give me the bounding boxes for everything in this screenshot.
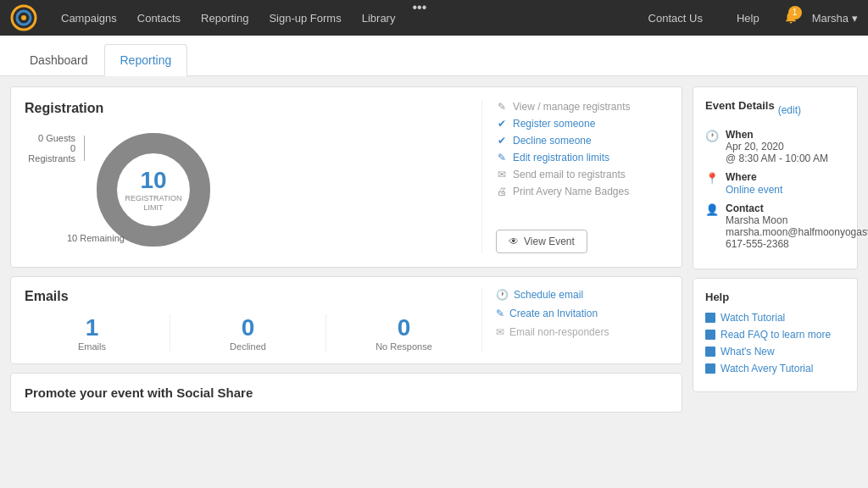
event-contact-row: 👤 Contact Marsha Moon marsha.moon@halfmo… <box>705 202 845 250</box>
user-name: Marsha <box>812 12 849 25</box>
clock-icon: 🕐 <box>496 289 509 301</box>
registration-actions: ✎ View / manage registrants ✔ Register s… <box>496 101 668 197</box>
where-label: Where <box>726 171 782 183</box>
emails-right: 🕐 Schedule email ✎ Create an Invitation … <box>481 289 668 352</box>
registration-right: ✎ View / manage registrants ✔ Register s… <box>481 101 668 253</box>
email-nonresponders-label: Email non-responders <box>509 326 609 338</box>
emails-card: Emails 1 Emails 0 Declined 0 No Response <box>10 276 682 364</box>
action-decline-label: Decline someone <box>513 135 592 147</box>
event-where-content: Where Online event <box>726 171 782 196</box>
stat-emails-num: 1 <box>25 314 159 341</box>
event-edit-link[interactable]: (edit) <box>778 104 801 116</box>
when-date: Apr 20, 2020 <box>726 141 828 152</box>
where-value[interactable]: Online event <box>726 184 782 196</box>
donut-center: 10 REGISTRATIONLIMIT <box>125 167 182 213</box>
navbar: Campaigns Contacts Reporting Sign-up For… <box>0 0 868 36</box>
nav-signup-forms[interactable]: Sign-up Forms <box>259 0 351 36</box>
create-invitation-label: Create an Invitation <box>509 308 598 319</box>
tab-dashboard[interactable]: Dashboard <box>14 44 104 75</box>
tabs-bar: Dashboard Reporting <box>0 36 868 76</box>
stat-declined-label: Declined <box>181 341 315 352</box>
emails-stats: 1 Emails 0 Declined 0 No Response <box>25 314 481 352</box>
logo-icon[interactable] <box>10 4 37 31</box>
event-details-title: Event Details <box>705 99 775 112</box>
help-watch-avery-label: Watch Avery Tutorial <box>721 363 813 374</box>
stat-declined-num: 0 <box>181 314 315 341</box>
help-title: Help <box>705 291 845 303</box>
registration-limit-label: REGISTRATIONLIMIT <box>125 194 182 213</box>
help-read-faq[interactable]: Read FAQ to learn more <box>705 329 845 341</box>
action-edit-limits[interactable]: ✎ Edit registration limits <box>496 152 668 164</box>
check-icon-1: ✔ <box>496 118 508 130</box>
contact-name: Marsha Moon <box>726 214 868 226</box>
event-where-row: 📍 Where Online event <box>705 171 845 196</box>
help-watch-avery-tutorial[interactable]: Watch Avery Tutorial <box>705 363 845 374</box>
event-details-card: Event Details (edit) 🕐 When Apr 20, 2020… <box>693 86 858 269</box>
eye-icon: 👁 <box>509 236 519 247</box>
nav-links: Campaigns Contacts Reporting Sign-up For… <box>51 0 638 36</box>
notification-badge: 1 <box>788 6 802 19</box>
action-view-manage-label: View / manage registrants <box>513 101 631 113</box>
play-icon-1 <box>705 313 715 323</box>
pencil-icon: ✎ <box>496 101 508 113</box>
view-event-label: View Event <box>524 236 575 247</box>
stat-emails: 1 Emails <box>25 314 170 352</box>
nav-help[interactable]: Help <box>726 0 770 36</box>
action-print-label: Print Avery Name Badges <box>513 186 629 197</box>
user-menu[interactable]: Marsha ▾ <box>812 12 858 25</box>
action-register-label: Register someone <box>513 118 595 130</box>
tab-reporting[interactable]: Reporting <box>104 44 188 76</box>
event-when-content: When Apr 20, 2020 @ 8:30 AM - 10:00 AM <box>726 129 828 164</box>
action-register-someone[interactable]: ✔ Register someone <box>496 118 668 130</box>
promote-card: Promote your event with Social Share <box>10 373 682 413</box>
contact-email: marsha.moon@halfmoonyogastudio.com <box>726 226 868 238</box>
help-whats-new-label: What's New <box>721 346 775 358</box>
nav-right: Contact Us Help 1 Marsha ▾ <box>638 0 858 36</box>
emails-left: Emails 1 Emails 0 Declined 0 No Response <box>25 289 481 352</box>
nav-contact-us[interactable]: Contact Us <box>638 0 713 36</box>
when-time: @ 8:30 AM - 10:00 AM <box>726 152 828 164</box>
help-whats-new[interactable]: What's New <box>705 346 845 358</box>
action-create-invitation[interactable]: ✎ Create an Invitation <box>496 308 668 319</box>
action-decline-someone[interactable]: ✔ Decline someone <box>496 135 668 147</box>
play-icon-2 <box>705 330 715 340</box>
registration-limit-num: 10 <box>125 167 182 194</box>
event-contact-content: Contact Marsha Moon marsha.moon@halfmoon… <box>726 202 868 250</box>
stat-declined: 0 Declined <box>170 314 326 352</box>
emails-title: Emails <box>25 289 481 304</box>
view-event-button[interactable]: 👁 View Event <box>496 230 587 253</box>
notification-icon[interactable]: 1 <box>783 9 798 27</box>
print-icon: 🖨 <box>496 186 508 197</box>
help-read-faq-label: Read FAQ to learn more <box>721 329 831 341</box>
clock-detail-icon: 🕐 <box>705 130 719 142</box>
help-watch-tutorial[interactable]: Watch Tutorial <box>705 312 845 324</box>
contact-phone: 617-555-2368 <box>726 238 868 250</box>
nav-more-icon[interactable]: ••• <box>405 0 433 36</box>
when-label: When <box>726 129 828 141</box>
registration-left: Registration 0 Guests 0 Registrants <box>25 101 481 253</box>
action-edit-label: Edit registration limits <box>513 152 609 164</box>
nav-campaigns[interactable]: Campaigns <box>51 0 127 36</box>
help-card: Help Watch Tutorial Read FAQ to learn mo… <box>693 278 858 392</box>
remaining-label: 10 Remaining <box>67 233 125 243</box>
email-icon-2: ✉ <box>496 326 504 338</box>
action-view-manage: ✎ View / manage registrants <box>496 101 668 113</box>
nav-contacts[interactable]: Contacts <box>127 0 191 36</box>
action-schedule-email[interactable]: 🕐 Schedule email <box>496 289 668 301</box>
main-content: Registration 0 Guests 0 Registrants <box>0 76 868 488</box>
registration-title: Registration <box>25 101 481 116</box>
person-icon: 👤 <box>705 203 719 216</box>
contact-label: Contact <box>726 202 868 214</box>
user-chevron-icon: ▾ <box>852 12 858 25</box>
guests-label: 0 Guests <box>25 133 75 143</box>
stat-no-response: 0 No Response <box>326 314 481 352</box>
location-icon: 📍 <box>705 172 719 185</box>
play-icon-4 <box>705 363 715 374</box>
stat-no-response-label: No Response <box>337 341 471 352</box>
action-email-nonresponders: ✉ Email non-responders <box>496 326 668 338</box>
help-watch-tutorial-label: Watch Tutorial <box>721 312 785 324</box>
email-icon-1: ✉ <box>496 169 508 180</box>
nav-library[interactable]: Library <box>352 0 406 36</box>
nav-reporting[interactable]: Reporting <box>191 0 259 36</box>
play-icon-3 <box>705 347 715 357</box>
